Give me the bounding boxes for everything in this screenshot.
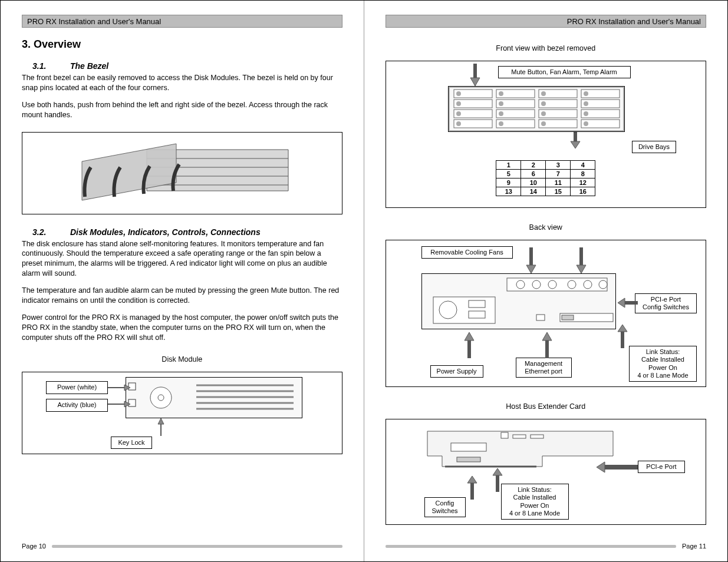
arrow-icon [575,247,588,273]
figure-caption: Front view with bezel removed [386,44,707,52]
label-cooling-fans: Removable Cooling Fans [421,246,513,259]
label-drive-bays: Drive Bays [632,141,676,153]
svg-point-47 [499,101,503,106]
back-chassis-drawing [421,273,616,329]
figure-disk-module: Power (white) Activity (blue) Key Lock [22,372,342,454]
manual-title: PRO RX Installation and User's Manual [27,17,161,26]
svg-point-51 [499,111,503,116]
arrow-icon [616,325,629,348]
bay-cell: 11 [546,178,571,187]
svg-rect-91 [451,443,486,451]
svg-marker-5 [82,144,176,200]
svg-point-42 [456,91,461,96]
label-link-status: Link Status: Cable Installed Power On 4 … [501,484,569,520]
arrow-icon [569,131,582,148]
disk-module-drawing [126,377,302,418]
page-number: Page 10 [22,543,46,550]
bay-cell: 5 [496,170,521,178]
subsection-number: 3.1. [32,61,68,71]
svg-point-50 [456,111,461,116]
svg-point-71 [516,280,525,289]
bezel-illustration [58,138,306,209]
arrow-icon [463,332,476,358]
paragraph: Use both hands, push from behind the lef… [22,100,342,120]
svg-point-73 [548,280,556,289]
svg-marker-24 [571,141,580,148]
drive-bay-table: 1234 5678 9101112 13141516 [496,160,595,196]
svg-point-57 [584,121,588,126]
arrow-icon [466,476,479,500]
bay-cell: 2 [521,161,546,170]
svg-point-76 [599,280,607,289]
svg-rect-94 [501,432,508,438]
label-power-led: Power (white) [46,381,108,394]
svg-marker-18 [124,401,130,407]
drive-grid [448,86,625,132]
bay-cell: 13 [496,187,521,196]
svg-marker-85 [467,476,477,483]
svg-point-75 [584,280,592,289]
arrow-icon [618,296,638,309]
svg-point-9 [158,395,164,401]
figure-caption: Back view [386,223,707,232]
arrow-icon [541,332,554,358]
page-number: Page 11 [682,543,706,550]
svg-point-56 [541,121,546,126]
svg-point-72 [532,280,541,289]
figure-caption: Disk Module [22,355,342,363]
manual-title: PRO RX Installation and User's Manual [567,17,701,26]
svg-rect-83 [562,315,574,320]
bay-cell: 4 [571,161,595,170]
label-pcie-config: PCI-e Port Config Switches [635,293,697,313]
figure-front-view: Mute Button, Fan Alarm, Temp Alarm Drive… [386,61,707,208]
svg-point-44 [541,91,546,96]
label-mgmt-port: Management Ethernet port [516,358,572,378]
svg-marker-20 [158,418,164,424]
svg-point-52 [541,111,546,116]
svg-marker-69 [618,298,625,308]
bay-cell: 10 [521,178,546,187]
paragraph: The disk enclosure has stand alone self-… [22,239,342,279]
page-header-left: PRO RX Installation and User's Manual [22,15,342,28]
section-heading: 3. Overview [22,38,342,51]
label-config-switches: Config Switches [424,497,466,517]
svg-rect-79 [469,300,485,308]
svg-marker-22 [470,78,480,86]
bay-cell: 15 [546,187,571,196]
bay-cell: 16 [571,187,595,196]
page-footer-right: Page 11 [386,543,707,550]
subsection-disk-modules: 3.2. Disk Modules, Indicators, Controls,… [32,227,342,237]
subsection-title: Disk Modules, Indicators, Controls, Conn… [70,227,261,237]
svg-point-74 [568,280,576,289]
page-header-right: PRO RX Installation and User's Manual [386,15,707,28]
svg-rect-80 [469,311,485,318]
footer-divider [386,545,677,548]
figure-hbe-card: Config Switches Link Status: Cable Insta… [386,419,707,525]
svg-rect-93 [531,435,543,438]
svg-point-54 [456,121,461,126]
figure-back-view: Removable Cooling Fans PCI-e Port Config… [386,240,707,387]
page-left: PRO RX Installation and User's Manual 3.… [1,1,364,561]
paragraph: The temperature and fan audible alarm ca… [22,286,342,306]
figure-bezel-removal [22,132,342,214]
bay-cell: 6 [521,170,546,178]
arrow-icon [155,418,167,436]
subsection-bezel: 3.1. The Bezel [32,61,342,71]
svg-marker-16 [124,385,130,391]
svg-marker-59 [526,265,536,273]
svg-point-48 [541,101,546,106]
arrow-icon [525,247,538,273]
bay-cell: 14 [521,187,546,196]
bay-cell: 7 [546,170,571,178]
hbe-card-drawing [419,427,643,471]
svg-marker-67 [618,325,627,332]
page-footer-left: Page 10 [22,543,342,550]
svg-point-49 [584,101,588,106]
page-right: PRO RX Installation and User's Manual Fr… [364,1,728,561]
bay-cell: 9 [496,178,521,187]
svg-point-45 [584,91,588,96]
label-power-supply: Power Supply [430,365,483,378]
label-link-status: Link Status: Cable Installed Power On 4 … [629,346,697,382]
paragraph: The front bezel can be easily removed to… [22,73,342,93]
bay-cell: 8 [571,170,595,178]
